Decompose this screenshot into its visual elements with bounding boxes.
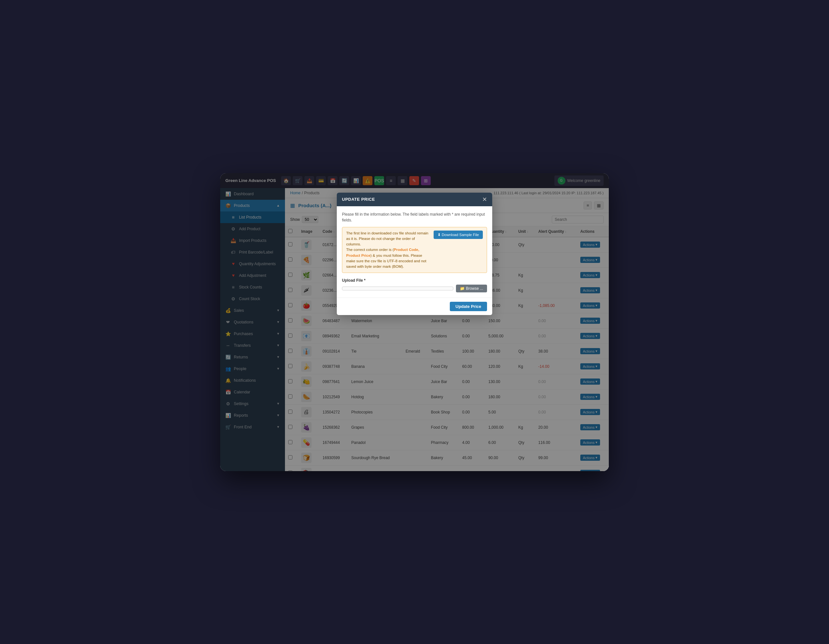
upload-row: 📁 Browse ...: [342, 285, 487, 292]
update-price-button[interactable]: Update Price: [450, 302, 487, 311]
modal-title: UPDATE PRICE: [342, 197, 375, 202]
file-input-display: [342, 287, 453, 290]
modal-footer: Update Price: [337, 298, 492, 315]
modal-warning-text: The first line in downloaded csv file sh…: [346, 230, 430, 270]
upload-label: Upload File *: [342, 278, 487, 283]
modal-body: Please fill in the information below. Th…: [337, 206, 492, 298]
screen-wrapper: Green Line Advance POS 🏠 🛒 📤 💳 📅 🔄 📊 ⚠️ …: [220, 173, 609, 471]
modal-close-button[interactable]: ✕: [482, 197, 487, 202]
modal-warning-row: The first line in downloaded csv file sh…: [346, 230, 483, 270]
modal-header: UPDATE PRICE ✕: [337, 193, 492, 206]
modal-warning-box: The first line in downloaded csv file sh…: [342, 227, 487, 273]
update-price-modal: UPDATE PRICE ✕ Please fill in the inform…: [337, 193, 492, 315]
modal-overlay: UPDATE PRICE ✕ Please fill in the inform…: [220, 173, 609, 471]
warning-line2-prefix: The correct column order is (: [346, 248, 394, 252]
browse-button[interactable]: 📁 Browse ...: [456, 285, 487, 292]
warning-line1: The first line in downloaded csv file sh…: [346, 231, 429, 246]
download-sample-button[interactable]: ⬇ Download Sample File: [433, 230, 483, 239]
upload-section: Upload File * 📁 Browse ...: [342, 278, 487, 292]
modal-description: Please fill in the information below. Th…: [342, 211, 487, 223]
